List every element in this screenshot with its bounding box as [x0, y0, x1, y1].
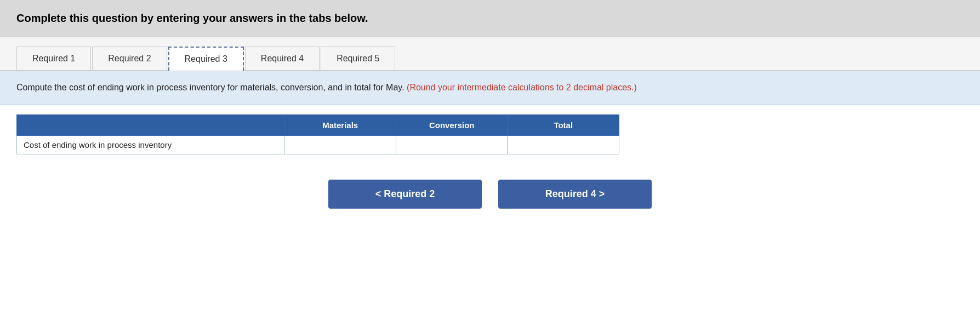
data-table: Materials Conversion Total Cost of endin…: [16, 114, 619, 154]
tab-required1[interactable]: Required 1: [16, 47, 91, 70]
tab-required5[interactable]: Required 5: [321, 47, 395, 70]
tab-required2[interactable]: Required 2: [92, 47, 167, 70]
col-header-conversion: Conversion: [396, 115, 508, 136]
total-input[interactable]: [511, 138, 616, 152]
header-banner: Complete this question by entering your …: [0, 0, 980, 37]
next-button[interactable]: Required 4 >: [498, 180, 652, 209]
header-text: Complete this question by entering your …: [16, 12, 368, 24]
tabs-container: Required 1 Required 2 Required 3 Require…: [0, 37, 980, 71]
col-header-total: Total: [508, 115, 619, 136]
tab-required3[interactable]: Required 3: [168, 47, 244, 71]
col-header-label: [17, 115, 284, 136]
total-input-cell[interactable]: [508, 136, 619, 154]
description-highlight: (Round your intermediate calculations to…: [407, 83, 637, 92]
nav-buttons: < Required 2 Required 4 >: [0, 164, 980, 224]
page-wrapper: Complete this question by entering your …: [0, 0, 980, 322]
conversion-input-cell[interactable]: [396, 136, 508, 154]
prev-button-label: < Required 2: [375, 188, 435, 200]
table-container: Materials Conversion Total Cost of endin…: [0, 105, 980, 164]
table-row: Cost of ending work in process inventory: [17, 136, 619, 154]
conversion-input[interactable]: [400, 138, 504, 152]
row-label: Cost of ending work in process inventory: [17, 136, 284, 154]
materials-input[interactable]: [288, 138, 392, 152]
prev-button[interactable]: < Required 2: [328, 180, 482, 209]
next-button-label: Required 4 >: [545, 188, 605, 200]
description-text: Compute the cost of ending work in proce…: [16, 81, 964, 94]
col-header-materials: Materials: [284, 115, 396, 136]
tab-required4[interactable]: Required 4: [245, 47, 320, 70]
materials-input-cell[interactable]: [284, 136, 396, 154]
description-area: Compute the cost of ending work in proce…: [0, 71, 980, 105]
